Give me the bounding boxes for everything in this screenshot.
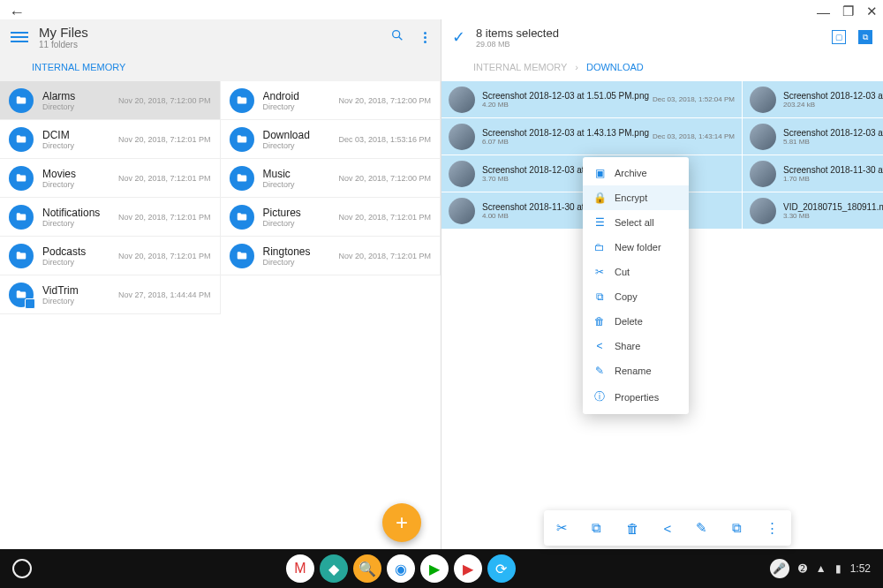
folder-text: AndroidDirectory [263, 90, 336, 111]
close-icon[interactable]: ✕ [866, 4, 878, 19]
fab-add[interactable]: + [382, 503, 421, 542]
breadcrumb-current[interactable]: DOWNLOAD [586, 62, 644, 72]
ctx-icon: ▣ [593, 167, 606, 179]
copy-icon[interactable]: ⧉ [592, 520, 601, 536]
clock: 1:52 [850, 562, 871, 575]
thumbnail-icon [449, 87, 475, 113]
ctx-label: Rename [615, 366, 652, 376]
ctx-icon: 🗑 [593, 315, 606, 328]
copy-to-icon[interactable]: ⧉ [732, 520, 742, 536]
delete-icon[interactable]: 🗑 [626, 521, 639, 536]
folder-item[interactable]: PodcastsDirectoryNov 20, 2018, 7:12:01 P… [0, 237, 221, 275]
ctx-label: Properties [615, 392, 659, 403]
file-item[interactable]: VID_20180715_180911.mp43.30 MBNov 27, 20… [743, 192, 883, 230]
ctx-share[interactable]: <Share [583, 334, 689, 358]
folder-icon [9, 244, 34, 268]
ctx-select-all[interactable]: ☰Select all [583, 210, 689, 235]
folder-icon [230, 205, 254, 230]
ctx-new-folder[interactable]: 🗀New folder [583, 235, 689, 260]
file-item[interactable]: Screenshot 2018-12-03 at 1.51.05 PM.png4… [442, 81, 743, 118]
shelf-app[interactable]: ◉ [387, 554, 415, 583]
shelf-app[interactable]: ◆ [320, 554, 348, 583]
file-item[interactable]: Screenshot 2018-12-03 at 1.40.09 PM.png5… [743, 118, 883, 155]
folder-item[interactable]: MoviesDirectoryNov 20, 2018, 7:12:01 PM [0, 159, 221, 198]
folder-desc: Directory [263, 258, 336, 267]
folder-item[interactable]: AndroidDirectoryNov 20, 2018, 7:12:00 PM [221, 81, 442, 120]
ctx-cut[interactable]: ✂Cut [583, 260, 689, 284]
folder-icon [9, 88, 34, 113]
check-icon[interactable]: ✓ [452, 27, 465, 47]
folder-item[interactable]: NotificationsDirectoryNov 20, 2018, 7:12… [0, 198, 221, 237]
select-toggle-icon[interactable]: ▢ [832, 30, 846, 44]
folder-icon [9, 283, 34, 307]
more-icon[interactable] [420, 28, 430, 47]
right-header: ✓ 8 items selected 29.08 MB ▢ ⧉ [442, 19, 883, 55]
folder-name: DCIM [42, 129, 115, 141]
shelf-app[interactable]: ▶ [454, 554, 482, 583]
ctx-delete[interactable]: 🗑Delete [583, 309, 689, 334]
folder-desc: Directory [42, 219, 115, 228]
thumbnail-icon [750, 198, 776, 224]
file-text: Screenshot 2018-12-03 at 1.43.13 PM.png6… [482, 128, 649, 146]
file-name: Screenshot 2018-12-03 at 1.43.13 PM.png [482, 128, 649, 138]
folder-grid: AlarmsDirectoryNov 20, 2018, 7:12:00 PMA… [0, 81, 441, 558]
hamburger-icon[interactable] [11, 32, 28, 42]
file-name: Screenshot 2018-11-30 at 1.52.11 PM.png [783, 165, 883, 175]
right-breadcrumb: INTERNAL MEMORY › DOWNLOAD [442, 55, 883, 81]
folder-date: Nov 20, 2018, 7:12:00 PM [338, 96, 431, 105]
folder-item[interactable]: VidTrimDirectoryNov 27, 2018, 1:44:44 PM [0, 275, 221, 314]
folder-text: DCIMDirectory [42, 129, 115, 150]
shelf-app[interactable]: 🔍 [353, 554, 381, 583]
cut-icon[interactable]: ✂ [556, 520, 568, 536]
folder-text: NotificationsDirectory [42, 207, 115, 228]
overflow-icon[interactable]: ⋮ [766, 520, 779, 536]
ctx-rename[interactable]: ✎Rename [583, 358, 689, 383]
ctx-icon: ⧉ [593, 290, 606, 303]
folder-item[interactable]: DownloadDirectoryDec 03, 2018, 1:53:16 P… [221, 120, 442, 159]
file-item[interactable]: Screenshot 2018-12-03 at 1.43.13 PM.png6… [442, 118, 743, 155]
breadcrumb-root[interactable]: INTERNAL MEMORY [473, 62, 567, 72]
folder-item[interactable]: AlarmsDirectoryNov 20, 2018, 7:12:00 PM [0, 81, 221, 120]
folder-item[interactable]: MusicDirectoryNov 20, 2018, 7:12:00 PM [221, 159, 442, 198]
folder-date: Nov 20, 2018, 7:12:00 PM [118, 96, 211, 105]
file-size: 4.20 MB [482, 101, 649, 109]
folder-desc: Directory [263, 219, 336, 228]
file-item[interactable]: Screenshot 2018-11-30 at 1.52.11 PM.png1… [743, 155, 883, 192]
folder-text: PicturesDirectory [263, 207, 336, 228]
folder-text: RingtonesDirectory [263, 245, 336, 267]
ctx-icon: ✂ [593, 266, 606, 278]
share-icon[interactable]: < [664, 521, 672, 536]
left-breadcrumb[interactable]: INTERNAL MEMORY [0, 55, 441, 81]
file-text: Screenshot 2018-12-03 at 1.46.44 PM.png2… [783, 91, 883, 109]
ctx-icon: ⓘ [593, 389, 606, 404]
ctx-encrypt[interactable]: 🔒Encrypt [583, 185, 689, 210]
folder-item[interactable]: PicturesDirectoryNov 20, 2018, 7:12:01 P… [221, 198, 442, 237]
folder-text: PodcastsDirectory [42, 245, 115, 267]
action-bar: ✂ ⧉ 🗑 < ✎ ⧉ ⋮ [544, 510, 791, 546]
ctx-copy[interactable]: ⧉Copy [583, 284, 689, 309]
status-tray[interactable]: 🎤 ➋ ▲ ▮ 1:52 [770, 559, 871, 578]
rename-icon[interactable]: ✎ [696, 520, 707, 536]
select-all-icon[interactable]: ⧉ [858, 30, 872, 44]
shelf-app[interactable]: ⟳ [487, 554, 516, 583]
mic-icon[interactable]: 🎤 [770, 559, 789, 578]
minimize-icon[interactable]: — [817, 4, 830, 19]
context-menu: ▣Archive🔒Encrypt☰Select all🗀New folder✂C… [583, 157, 689, 414]
ctx-label: Select all [615, 217, 654, 228]
restore-icon[interactable]: ❐ [842, 4, 854, 19]
folder-item[interactable]: DCIMDirectoryNov 20, 2018, 7:12:01 PM [0, 120, 221, 159]
ctx-label: New folder [615, 242, 661, 253]
window-controls: — ❐ ✕ [817, 4, 878, 19]
shelf-app[interactable]: ▶ [420, 554, 449, 583]
launcher-icon[interactable] [12, 559, 32, 578]
ctx-icon: 🔒 [593, 192, 606, 204]
ctx-archive[interactable]: ▣Archive [583, 161, 689, 185]
ctx-properties[interactable]: ⓘProperties [583, 383, 689, 411]
left-pane: My Files 11 folders INTERNAL MEMORY Alar… [0, 19, 442, 558]
back-button[interactable]: ← [9, 4, 25, 22]
file-item[interactable]: Screenshot 2018-12-03 at 1.46.44 PM.png2… [743, 81, 883, 118]
search-icon[interactable] [390, 28, 404, 46]
folder-item[interactable]: RingtonesDirectoryNov 20, 2018, 7:12:01 … [221, 237, 442, 275]
folder-date: Nov 20, 2018, 7:12:00 PM [338, 174, 431, 183]
shelf-app[interactable]: M [286, 554, 314, 583]
